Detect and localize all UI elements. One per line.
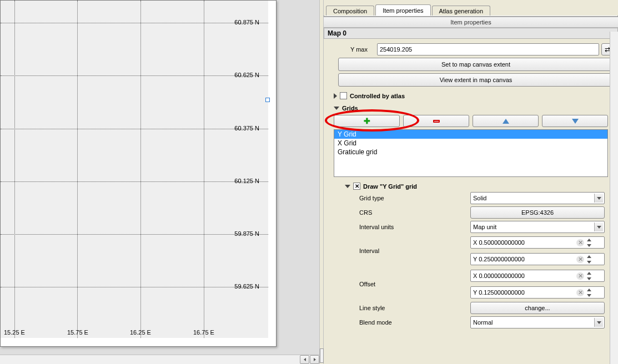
combo-value: Map unit [473, 224, 496, 230]
scroll-left-icon[interactable] [300, 355, 309, 364]
grid-list-item[interactable]: X Grid [334, 139, 607, 148]
map-canvas-area: 60.875 N 60.625 N 60.375 N 60.125 N 59.8… [0, 0, 319, 364]
remove-grid-button[interactable] [403, 115, 469, 127]
tab-label: Atlas generation [439, 8, 484, 14]
button-label: EPSG:4326 [521, 209, 554, 216]
offset-y-input[interactable]: Y 0.125000000000✕ [470, 286, 605, 299]
button-label: change... [525, 305, 550, 311]
interval-x-input[interactable]: X 0.500000000000✕ [470, 236, 605, 249]
move-grid-up-button[interactable] [473, 115, 539, 127]
lat-label: 60.125 N [234, 178, 259, 184]
tab-label: Composition [333, 8, 367, 14]
lon-label: 15.75 E [67, 329, 88, 336]
splitter-handle[interactable] [320, 348, 324, 363]
spinner[interactable] [585, 270, 593, 281]
properties-panel: Composition Item properties Atlas genera… [324, 0, 618, 364]
interval-y-input[interactable]: Y 0.250000000000✕ [470, 253, 605, 265]
tab-atlas-generation[interactable]: Atlas generation [432, 6, 491, 16]
controlled-by-atlas-label: Controlled by atlas [350, 93, 405, 99]
interval-units-label: Interval units [359, 224, 470, 230]
ymax-value: 254019.205 [380, 46, 412, 53]
grids-label: Grids [342, 105, 358, 112]
lat-label: 60.875 N [234, 19, 259, 26]
input-value: X 0.000000000000 [473, 272, 525, 279]
spinner[interactable] [585, 237, 593, 248]
grid-list-item[interactable]: Y Grid [334, 130, 607, 139]
chevron-down-icon[interactable] [345, 185, 350, 188]
line-style-change-button[interactable]: change... [470, 302, 605, 314]
view-extent-in-map-canvas-button[interactable]: View extent in map canvas [338, 73, 614, 87]
blend-mode-label: Blend mode [359, 319, 470, 326]
tab-item-properties[interactable]: Item properties [375, 4, 430, 16]
line-style-label: Line style [359, 305, 470, 311]
panel-title: Item properties [324, 17, 618, 28]
grid-type-label: Grid type [359, 195, 470, 201]
lat-label: 60.375 N [234, 125, 259, 132]
panel-vertical-scrollbar[interactable] [610, 32, 618, 364]
chevron-down-icon [594, 318, 603, 327]
scroll-right-icon[interactable] [310, 355, 319, 364]
lat-label: 60.625 N [234, 72, 259, 78]
tab-label: Item properties [383, 7, 423, 14]
triangle-down-icon [572, 119, 579, 124]
lon-label: 16.75 E [193, 329, 214, 336]
grid-type-combo[interactable]: Solid [470, 192, 605, 204]
draw-grid-label: Draw "Y Grid" grid [363, 183, 417, 190]
offset-x-input[interactable]: X 0.000000000000✕ [470, 270, 605, 282]
map-gridlines [1, 1, 268, 338]
input-value: Y 0.125000000000 [473, 289, 525, 296]
chevron-down-icon[interactable] [334, 107, 339, 110]
chevron-down-icon [594, 223, 603, 231]
grids-list[interactable]: Y Grid X Grid Graticule grid [334, 129, 608, 177]
clear-icon[interactable]: ✕ [576, 239, 584, 246]
canvas-horizontal-scrollbar[interactable] [0, 355, 319, 364]
clear-icon[interactable]: ✕ [576, 256, 584, 263]
offset-label: Offset [359, 281, 470, 287]
crs-label: CRS [359, 209, 470, 216]
interval-label: Interval [359, 247, 470, 254]
ymax-label: Y max [350, 46, 377, 53]
minus-icon [433, 120, 440, 123]
controlled-by-atlas-checkbox[interactable] [340, 92, 347, 99]
blend-mode-combo[interactable]: Normal [470, 316, 605, 328]
crs-button[interactable]: EPSG:4326 [470, 206, 605, 219]
spinner[interactable] [585, 287, 593, 298]
chevron-right-icon[interactable] [334, 93, 337, 99]
lon-label: 15.25 E [4, 329, 25, 336]
grid-list-item[interactable]: Graticule grid [334, 148, 607, 156]
clear-icon[interactable]: ✕ [576, 272, 584, 280]
lat-label: 59.625 N [234, 283, 259, 290]
ymax-input[interactable]: 254019.205 [377, 43, 599, 55]
tab-composition[interactable]: Composition [326, 6, 374, 16]
combo-value: Solid [473, 195, 486, 201]
section-map0: Map 0 [324, 28, 618, 39]
map-item[interactable]: 60.875 N 60.625 N 60.375 N 60.125 N 59.8… [1, 1, 268, 338]
clear-icon[interactable]: ✕ [576, 289, 584, 296]
plus-icon: ✚ [364, 117, 370, 125]
selection-handle[interactable] [265, 98, 270, 102]
lat-label: 59.875 N [234, 230, 259, 237]
grids-toolbar: ✚ [334, 115, 608, 127]
set-to-map-canvas-extent-button[interactable]: Set to map canvas extent [338, 58, 614, 71]
draw-grid-checkbox[interactable] [353, 183, 360, 190]
button-label: View extent in map canvas [440, 77, 513, 83]
combo-value: Normal [473, 319, 493, 326]
lon-label: 16.25 E [130, 329, 151, 336]
add-grid-button[interactable]: ✚ [334, 115, 400, 127]
input-value: X 0.500000000000 [473, 239, 525, 246]
interval-units-combo[interactable]: Map unit [470, 221, 605, 233]
spinner[interactable] [585, 254, 593, 265]
move-grid-down-button[interactable] [542, 115, 608, 127]
pane-splitter[interactable] [319, 0, 324, 364]
triangle-up-icon [503, 119, 509, 124]
composer-page[interactable]: 60.875 N 60.625 N 60.375 N 60.125 N 59.8… [0, 0, 277, 347]
chevron-down-icon [594, 194, 603, 203]
button-label: Set to map canvas extent [441, 61, 510, 68]
input-value: Y 0.250000000000 [473, 256, 525, 262]
